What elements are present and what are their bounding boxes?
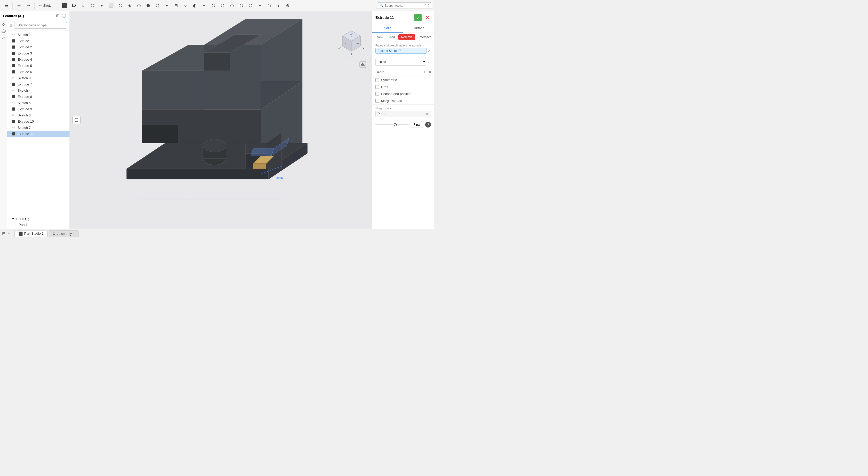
bottom-icon-add[interactable]: +	[7, 231, 10, 236]
menu-button[interactable]: ☰	[2, 2, 10, 10]
depth-input[interactable]	[414, 70, 428, 74]
separator-2	[34, 3, 35, 9]
final-button[interactable]: Final	[411, 122, 423, 128]
face-remove-button[interactable]: ✕	[428, 49, 431, 53]
second-end-checkbox[interactable]	[375, 92, 379, 96]
part1-item[interactable]: Part 1	[10, 222, 66, 228]
tool-16[interactable]: ⬡	[228, 2, 236, 10]
section-list-button[interactable]	[72, 116, 81, 124]
sidebar-icon-comment[interactable]: 💬	[2, 29, 6, 33]
feature-label-sketch6: Sketch 6	[18, 113, 31, 117]
sketch-button[interactable]: ✏ Sketch	[37, 3, 56, 8]
filter-input[interactable]	[14, 22, 67, 29]
sidebar-icon-move[interactable]: ⊹	[2, 23, 5, 26]
face-tag[interactable]: Face of Sketch 7	[375, 48, 427, 54]
tab-assembly[interactable]: ⚙ Assembly 1	[49, 230, 79, 237]
feature-item-extrude11[interactable]: ⬛ Extrude 11	[7, 131, 69, 137]
tool-dropdown-5[interactable]: ▾	[274, 2, 283, 10]
subtab-add[interactable]: Add	[387, 34, 397, 40]
subtab-new[interactable]: New	[374, 34, 386, 40]
clock-icon[interactable]: 🕐	[61, 13, 66, 18]
feature-item-extrude6[interactable]: ⬛ Extrude 6	[7, 69, 69, 75]
feature-label-sketch7: Sketch 7	[18, 126, 31, 130]
feature-item-extrude9[interactable]: ⬛ Extrude 9	[7, 106, 69, 112]
extrude-icon-5: ⬛	[11, 64, 16, 68]
tool-4[interactable]: ⬡	[88, 2, 97, 10]
feature-item-sketch2[interactable]: ✏ Sketch 2	[7, 32, 69, 38]
feature-item-sketch3[interactable]: ✏ Sketch 3	[7, 75, 69, 81]
svg-marker-15	[204, 53, 230, 71]
tool-10[interactable]: ⬡	[153, 2, 162, 10]
tool-8[interactable]: ⬡	[135, 2, 143, 10]
feature-item-extrude7[interactable]: ⬛ Extrude 7	[7, 81, 69, 87]
feature-label-extrude9: Extrude 9	[18, 107, 32, 111]
feature-item-sketch6[interactable]: ✏ Sketch 6	[7, 112, 69, 118]
feature-item-extrude1[interactable]: ⬛ Extrude 1	[7, 38, 69, 44]
feature-item-extrude2[interactable]: ⬛ Extrude 2	[7, 44, 69, 50]
tool-dropdown-3[interactable]: ▾	[200, 2, 208, 10]
subtab-remove[interactable]: Remove	[398, 34, 415, 40]
tool-3[interactable]: ○	[79, 2, 87, 10]
tool-7[interactable]: ◈	[126, 2, 134, 10]
tool-17[interactable]: ⬡	[237, 2, 245, 10]
tool-dropdown-4[interactable]: ▾	[256, 2, 264, 10]
bottom-icon-grid[interactable]: ⊞	[2, 231, 5, 236]
canvas-area[interactable]: in⁻in Z Y Front Left	[70, 11, 372, 229]
draft-checkbox[interactable]	[375, 85, 379, 89]
feature-item-extrude5[interactable]: ⬛ Extrude 5	[7, 63, 69, 69]
end-type-flip-icon[interactable]: ↔	[427, 60, 431, 64]
subtab-intersect[interactable]: Intersect	[416, 34, 433, 40]
tool-19[interactable]: ⬡	[265, 2, 273, 10]
tool-14[interactable]: ⬡	[209, 2, 218, 10]
svg-line-30	[243, 185, 256, 199]
feature-item-extrude3[interactable]: ⬛ Extrude 3	[7, 50, 69, 56]
add-feature-icon[interactable]: ⊞	[56, 13, 59, 18]
merge-all-row[interactable]: Merge with all	[372, 97, 434, 104]
svg-marker-17	[142, 125, 178, 143]
parts-header[interactable]: ▼ Parts (1)	[10, 216, 66, 222]
tab-surface[interactable]: Surface	[403, 24, 434, 33]
tool-6[interactable]: ⬡	[116, 2, 125, 10]
tool-12[interactable]: ○	[181, 2, 190, 10]
tool-20[interactable]: ⊕	[284, 2, 292, 10]
tool-13[interactable]: ◐	[191, 2, 199, 10]
sidebar-icon-history[interactable]: ↺	[2, 36, 5, 40]
symmetric-row[interactable]: Symmetric	[372, 76, 434, 83]
tool-2[interactable]: 🖼	[70, 2, 78, 10]
feature-item-extrude8[interactable]: ⬛ Extrude 8	[7, 94, 69, 100]
tool-9[interactable]: ⬣	[144, 2, 152, 10]
navigation-cube[interactable]: Z Y Front Left	[336, 27, 367, 58]
help-button[interactable]: ?	[425, 122, 431, 128]
redo-button[interactable]: ↪	[24, 2, 32, 10]
tool-dropdown-2[interactable]: ▾	[163, 2, 171, 10]
draft-row[interactable]: Draft	[372, 83, 434, 90]
undo-button[interactable]: ↩	[15, 2, 23, 10]
tool-15[interactable]: ⬡	[219, 2, 227, 10]
progress-track[interactable]	[375, 124, 409, 125]
tool-dropdown-1[interactable]: ▾	[98, 2, 106, 10]
progress-thumb[interactable]	[394, 123, 397, 126]
tool-18[interactable]: ⬡	[246, 2, 255, 10]
tool-1[interactable]: ⬛	[60, 2, 69, 10]
search-input[interactable]	[385, 4, 424, 7]
feature-item-extrude4[interactable]: ⬛ Extrude 4	[7, 56, 69, 63]
merge-scope-remove-button[interactable]: ✕	[426, 112, 429, 116]
parts-label: Parts (1)	[16, 217, 29, 221]
feature-item-sketch5[interactable]: ✏ Sketch 5	[7, 100, 69, 106]
feature-item-sketch4[interactable]: ✏ Sketch 4	[7, 87, 69, 94]
view-cube-button[interactable]	[359, 60, 367, 69]
symmetric-checkbox[interactable]	[375, 78, 379, 82]
confirm-button[interactable]: ✓	[414, 14, 422, 21]
tool-5[interactable]: ⬜	[107, 2, 115, 10]
main-toolbar: ☰ ↩ ↪ ✏ Sketch ⬛ 🖼 ○ ⬡ ▾ ⬜ ⬡ ◈ ⬡ ⬣ ⬡ ▾ ⊞…	[0, 0, 434, 11]
tab-part-studio[interactable]: ⬛ Part Studio 1	[14, 230, 48, 237]
cancel-button[interactable]: ✕	[424, 14, 431, 21]
tool-11[interactable]: ⊞	[172, 2, 180, 10]
feature-item-sketch7[interactable]: ✏ Sketch 7	[7, 125, 69, 131]
feature-item-extrude10[interactable]: ⬛ Extrude 10	[7, 118, 69, 125]
merge-all-checkbox[interactable]	[375, 99, 379, 103]
feature-list: ✏ Sketch 2 ⬛ Extrude 1 ⬛ Extrude 2	[7, 30, 69, 215]
tab-solid[interactable]: Solid	[372, 24, 403, 33]
second-end-row[interactable]: Second end position	[372, 90, 434, 97]
end-type-select[interactable]: Blind Through All Up to Face Up to Part	[375, 58, 426, 66]
